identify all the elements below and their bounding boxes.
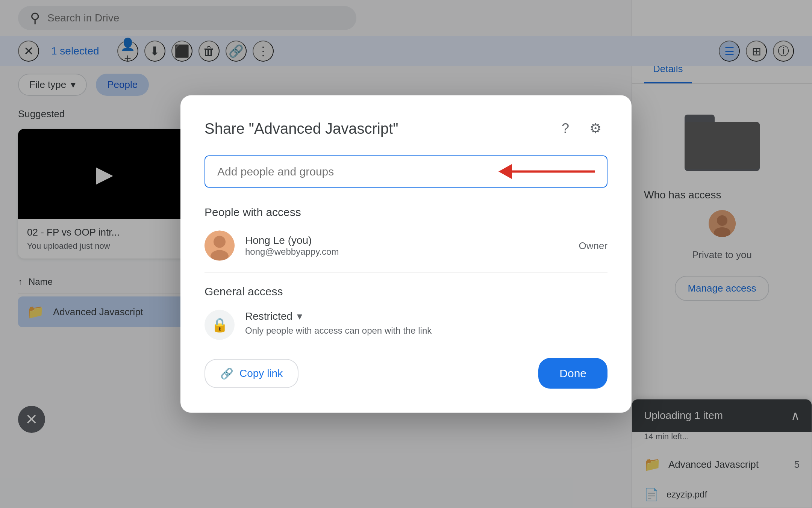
person-avatar xyxy=(205,231,235,261)
arrow-head xyxy=(498,164,512,179)
person-email: hong@webbyappy.com xyxy=(245,246,568,257)
people-with-access-heading: People with access xyxy=(205,206,607,219)
link-icon: 🔗 xyxy=(220,367,233,379)
modal-header: Share "Advanced Javascript" ? ⚙ xyxy=(205,116,607,141)
red-arrow-annotation xyxy=(498,164,595,179)
arrow-line xyxy=(512,171,595,173)
divider xyxy=(205,273,607,273)
lock-icon: 🔒 xyxy=(205,310,235,340)
access-info: Restricted ▾ Only people with access can… xyxy=(245,310,607,336)
restricted-row: Restricted ▾ xyxy=(245,310,607,322)
restricted-chevron-icon[interactable]: ▾ xyxy=(297,310,302,322)
modal-help-button[interactable]: ? xyxy=(553,116,577,141)
person-role: Owner xyxy=(579,240,607,251)
person-name: Hong Le (you) xyxy=(245,234,568,246)
done-button[interactable]: Done xyxy=(538,358,607,389)
restricted-label: Restricted xyxy=(245,310,292,322)
general-access-heading: General access xyxy=(205,285,607,298)
share-modal: Share "Advanced Javascript" ? ⚙ People w… xyxy=(180,95,632,413)
modal-title: Share "Advanced Javascript" xyxy=(205,120,398,137)
copy-link-button[interactable]: 🔗 Copy link xyxy=(205,359,298,388)
copy-link-label: Copy link xyxy=(239,367,283,379)
general-access-row: 🔒 Restricted ▾ Only people with access c… xyxy=(205,310,607,340)
person-row: Hong Le (you) hong@webbyappy.com Owner xyxy=(205,231,607,261)
svg-point-7 xyxy=(214,236,226,248)
add-people-input-wrapper[interactable] xyxy=(205,156,607,188)
modal-header-icons: ? ⚙ xyxy=(553,116,607,141)
modal-footer: 🔗 Copy link Done xyxy=(205,358,607,389)
modal-settings-button[interactable]: ⚙ xyxy=(583,116,607,141)
person-info: Hong Le (you) hong@webbyappy.com xyxy=(245,234,568,257)
access-description: Only people with access can open with th… xyxy=(245,325,607,336)
